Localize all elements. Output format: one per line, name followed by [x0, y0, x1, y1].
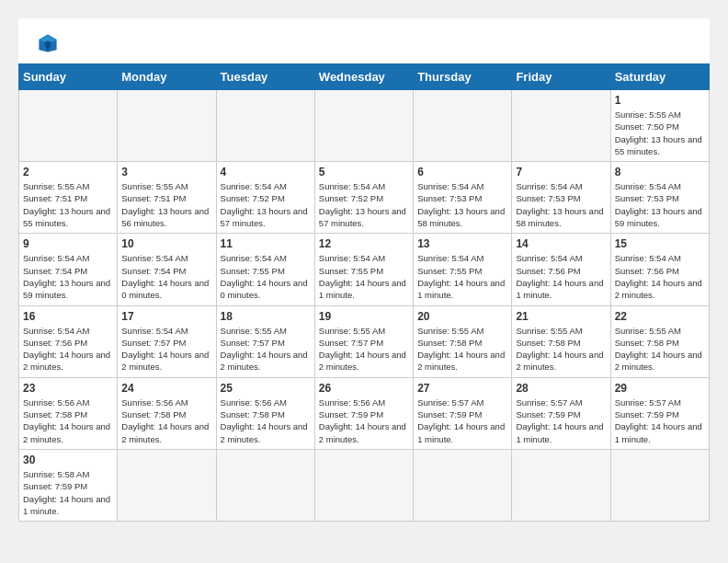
calendar-day-cell: 27Sunrise: 5:57 AMSunset: 7:59 PMDayligh…: [414, 377, 512, 449]
day-number: 5: [319, 166, 409, 178]
calendar-day-cell: 17Sunrise: 5:54 AMSunset: 7:57 PMDayligh…: [118, 305, 216, 377]
calendar-day-cell: 24Sunrise: 5:56 AMSunset: 7:58 PMDayligh…: [118, 377, 216, 449]
day-number: 6: [417, 166, 507, 178]
calendar-day-cell: 5Sunrise: 5:54 AMSunset: 7:52 PMDaylight…: [314, 162, 413, 234]
day-info: Sunrise: 5:54 AMSunset: 7:53 PMDaylight:…: [417, 180, 507, 229]
day-info: Sunrise: 5:56 AMSunset: 7:58 PMDaylight:…: [121, 396, 211, 445]
calendar-week-row: 30Sunrise: 5:58 AMSunset: 7:59 PMDayligh…: [19, 449, 710, 521]
day-number: 11: [221, 237, 311, 250]
day-info: Sunrise: 5:54 AMSunset: 7:53 PMDaylight:…: [615, 180, 705, 229]
weekday-header-friday: Friday: [512, 64, 610, 90]
calendar-day-cell: 16Sunrise: 5:54 AMSunset: 7:56 PMDayligh…: [19, 305, 118, 377]
calendar-day-cell: 1Sunrise: 5:55 AMSunset: 7:50 PMDaylight…: [610, 90, 709, 162]
calendar-day-cell: 21Sunrise: 5:55 AMSunset: 7:58 PMDayligh…: [512, 305, 610, 377]
day-info: Sunrise: 5:54 AMSunset: 7:55 PMDaylight:…: [417, 252, 507, 301]
header: [18, 18, 710, 63]
calendar-day-cell: 26Sunrise: 5:56 AMSunset: 7:59 PMDayligh…: [314, 377, 413, 449]
calendar-day-cell: [216, 90, 314, 162]
calendar-day-cell: 19Sunrise: 5:55 AMSunset: 7:57 PMDayligh…: [314, 305, 413, 377]
weekday-header-saturday: Saturday: [610, 64, 709, 90]
day-info: Sunrise: 5:54 AMSunset: 7:54 PMDaylight:…: [23, 252, 113, 301]
calendar-day-cell: 13Sunrise: 5:54 AMSunset: 7:55 PMDayligh…: [414, 234, 512, 305]
day-info: Sunrise: 5:54 AMSunset: 7:52 PMDaylight:…: [221, 180, 311, 229]
day-info: Sunrise: 5:55 AMSunset: 7:58 PMDaylight:…: [516, 325, 606, 373]
calendar-day-cell: 29Sunrise: 5:57 AMSunset: 7:59 PMDayligh…: [610, 377, 709, 449]
day-number: 25: [221, 382, 311, 395]
day-info: Sunrise: 5:57 AMSunset: 7:59 PMDaylight:…: [417, 396, 507, 445]
calendar-day-cell: [118, 449, 216, 521]
calendar-day-cell: [414, 449, 512, 521]
logo: [37, 32, 68, 54]
calendar-day-cell: [610, 449, 709, 521]
calendar-week-row: 9Sunrise: 5:54 AMSunset: 7:54 PMDaylight…: [19, 234, 710, 305]
calendar-day-cell: [414, 90, 512, 162]
day-number: 3: [121, 166, 211, 178]
weekday-header-row: SundayMondayTuesdayWednesdayThursdayFrid…: [19, 64, 710, 90]
weekday-header-monday: Monday: [118, 64, 216, 90]
calendar-day-cell: 9Sunrise: 5:54 AMSunset: 7:54 PMDaylight…: [19, 234, 118, 305]
day-number: 26: [319, 382, 409, 395]
calendar-week-row: 23Sunrise: 5:56 AMSunset: 7:58 PMDayligh…: [19, 377, 710, 449]
day-number: 14: [516, 237, 606, 250]
day-info: Sunrise: 5:54 AMSunset: 7:55 PMDaylight:…: [319, 252, 409, 301]
calendar-table: SundayMondayTuesdayWednesdayThursdayFrid…: [18, 63, 710, 522]
day-number: 17: [121, 310, 211, 323]
weekday-header-wednesday: Wednesday: [314, 64, 413, 90]
day-info: Sunrise: 5:55 AMSunset: 7:57 PMDaylight:…: [319, 325, 409, 373]
calendar-day-cell: 18Sunrise: 5:55 AMSunset: 7:57 PMDayligh…: [216, 305, 314, 377]
calendar-day-cell: [314, 90, 413, 162]
calendar-day-cell: 30Sunrise: 5:58 AMSunset: 7:59 PMDayligh…: [19, 449, 118, 521]
calendar-day-cell: [512, 90, 610, 162]
calendar-week-row: 1Sunrise: 5:55 AMSunset: 7:50 PMDaylight…: [19, 90, 710, 162]
day-number: 16: [23, 310, 113, 323]
calendar-day-cell: 11Sunrise: 5:54 AMSunset: 7:55 PMDayligh…: [216, 234, 314, 305]
calendar-day-cell: [216, 449, 314, 521]
calendar-day-cell: 8Sunrise: 5:54 AMSunset: 7:53 PMDaylight…: [610, 162, 709, 234]
weekday-header-sunday: Sunday: [19, 64, 118, 90]
day-number: 30: [23, 454, 113, 466]
day-info: Sunrise: 5:55 AMSunset: 7:58 PMDaylight:…: [417, 325, 507, 373]
day-number: 1: [615, 94, 705, 107]
calendar-day-cell: 2Sunrise: 5:55 AMSunset: 7:51 PMDaylight…: [19, 162, 118, 234]
day-info: Sunrise: 5:54 AMSunset: 7:55 PMDaylight:…: [221, 252, 311, 301]
day-number: 27: [417, 382, 507, 395]
day-info: Sunrise: 5:58 AMSunset: 7:59 PMDaylight:…: [23, 468, 113, 517]
calendar-day-cell: [512, 449, 610, 521]
calendar-day-cell: 20Sunrise: 5:55 AMSunset: 7:58 PMDayligh…: [414, 305, 512, 377]
day-info: Sunrise: 5:54 AMSunset: 7:56 PMDaylight:…: [615, 252, 705, 301]
logo-icon: [37, 32, 59, 54]
calendar-day-cell: [314, 449, 413, 521]
day-info: Sunrise: 5:54 AMSunset: 7:56 PMDaylight:…: [23, 325, 113, 373]
day-number: 9: [23, 237, 113, 250]
day-info: Sunrise: 5:54 AMSunset: 7:53 PMDaylight:…: [516, 180, 606, 229]
calendar-week-row: 16Sunrise: 5:54 AMSunset: 7:56 PMDayligh…: [19, 305, 710, 377]
day-info: Sunrise: 5:55 AMSunset: 7:57 PMDaylight:…: [221, 325, 311, 373]
day-number: 20: [417, 310, 507, 323]
day-info: Sunrise: 5:55 AMSunset: 7:58 PMDaylight:…: [615, 325, 705, 373]
day-info: Sunrise: 5:56 AMSunset: 7:58 PMDaylight:…: [23, 396, 113, 445]
day-info: Sunrise: 5:54 AMSunset: 7:54 PMDaylight:…: [121, 252, 211, 301]
calendar-week-row: 2Sunrise: 5:55 AMSunset: 7:51 PMDaylight…: [19, 162, 710, 234]
day-info: Sunrise: 5:57 AMSunset: 7:59 PMDaylight:…: [516, 396, 606, 445]
day-number: 10: [121, 237, 211, 250]
calendar-day-cell: 23Sunrise: 5:56 AMSunset: 7:58 PMDayligh…: [19, 377, 118, 449]
weekday-header-tuesday: Tuesday: [216, 64, 314, 90]
day-number: 4: [221, 166, 311, 178]
calendar-day-cell: 15Sunrise: 5:54 AMSunset: 7:56 PMDayligh…: [610, 234, 709, 305]
day-number: 19: [319, 310, 409, 323]
calendar-day-cell: 25Sunrise: 5:56 AMSunset: 7:58 PMDayligh…: [216, 377, 314, 449]
calendar-day-cell: [19, 90, 118, 162]
day-number: 21: [516, 310, 606, 323]
weekday-header-thursday: Thursday: [414, 64, 512, 90]
day-number: 13: [417, 237, 507, 250]
day-number: 8: [615, 166, 705, 178]
day-number: 2: [23, 166, 113, 178]
day-info: Sunrise: 5:55 AMSunset: 7:51 PMDaylight:…: [23, 180, 113, 229]
day-number: 15: [615, 237, 705, 250]
day-number: 12: [319, 237, 409, 250]
day-info: Sunrise: 5:56 AMSunset: 7:58 PMDaylight:…: [221, 396, 311, 445]
calendar-day-cell: [118, 90, 216, 162]
day-number: 22: [615, 310, 705, 323]
calendar-day-cell: 6Sunrise: 5:54 AMSunset: 7:53 PMDaylight…: [414, 162, 512, 234]
calendar-day-cell: 3Sunrise: 5:55 AMSunset: 7:51 PMDaylight…: [118, 162, 216, 234]
